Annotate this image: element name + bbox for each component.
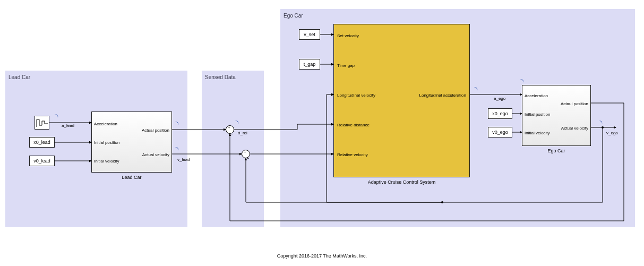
- port-ego-vel: Actual velocity: [561, 126, 588, 131]
- const-vset-text: v_set: [304, 32, 315, 37]
- block-ego-car-title: Ego Car: [522, 148, 591, 153]
- const-v0-ego[interactable]: v0_ego: [488, 127, 512, 138]
- area-sensed-data-title: Sensed Data: [205, 74, 236, 80]
- sine-wave-icon: [35, 116, 50, 130]
- junction: [441, 201, 443, 203]
- block-lead-car-title: Lead Car: [91, 175, 172, 180]
- const-tgap-text: t_gap: [304, 62, 316, 67]
- sum-d-rel-plus: +: [228, 125, 230, 130]
- label-d-rel: d_rel: [238, 131, 247, 135]
- const-vset[interactable]: v_set: [299, 29, 320, 40]
- const-x0-ego[interactable]: x0_ego: [488, 108, 512, 119]
- area-sensed-data: [202, 71, 264, 227]
- port-acc-vrel: Relative velocity: [337, 152, 368, 157]
- block-sine-wave[interactable]: [35, 116, 49, 130]
- const-v0-lead-text: v0_lead: [33, 158, 50, 164]
- port-acc-vset: Set velocity: [337, 33, 359, 38]
- port-acc-alon: Longitudinal acceleration: [419, 93, 466, 98]
- port-acc-tgap: Time gap: [337, 63, 355, 68]
- port-acc-vlon: Longitudinal velocity: [337, 93, 375, 98]
- block-lead-car[interactable]: Acceleration Initial position Initial ve…: [91, 111, 172, 173]
- port-ego-v0: Initial velocity: [525, 131, 550, 135]
- port-lead-pos: Actual position: [142, 128, 169, 133]
- port-lead-accel: Acceleration: [94, 122, 117, 126]
- diagram-canvas: Lead Car Sensed Data Ego Car Acceleratio…: [0, 0, 644, 266]
- port-ego-pos: Actaul position: [561, 101, 588, 106]
- port-ego-x0: Initial position: [525, 112, 550, 117]
- label-v-ego: v_ego: [606, 131, 618, 135]
- block-ego-car[interactable]: Acceleration Initial position Initial ve…: [522, 85, 591, 146]
- port-lead-vel: Actual velocity: [142, 152, 169, 157]
- sum-v-rel-minus: −: [247, 156, 250, 161]
- const-x0-lead[interactable]: x0_lead: [29, 137, 55, 148]
- port-ego-accel: Acceleration: [525, 93, 548, 98]
- const-v0-ego-text: v0_ego: [492, 130, 508, 135]
- const-tgap[interactable]: t_gap: [299, 59, 320, 70]
- area-ego-car-title: Ego Car: [284, 13, 303, 19]
- port-lead-v0: Initial velocity: [94, 159, 119, 164]
- sum-d-rel-minus: −: [231, 132, 234, 136]
- area-lead-car-title: Lead Car: [8, 74, 30, 80]
- label-a-ego: a_ego: [494, 96, 505, 101]
- port-acc-drel: Relative distance: [337, 123, 370, 127]
- label-a-lead: a_lead: [62, 123, 74, 128]
- block-acc-system[interactable]: Set velocity Time gap Longitudinal veloc…: [333, 24, 470, 177]
- sum-v-rel-plus: +: [244, 150, 246, 155]
- const-x0-lead-text: x0_lead: [33, 140, 50, 145]
- const-x0-ego-text: x0_ego: [492, 111, 508, 116]
- block-acc-title: Adaptive Cruise Control System: [333, 179, 470, 185]
- const-v0-lead[interactable]: v0_lead: [29, 156, 55, 166]
- junction: [602, 126, 604, 128]
- port-lead-x0: Initial position: [94, 140, 119, 145]
- label-v-lead: v_lead: [177, 157, 190, 162]
- copyright-text: Copyright 2016-2017 The MathWorks, Inc.: [0, 253, 644, 259]
